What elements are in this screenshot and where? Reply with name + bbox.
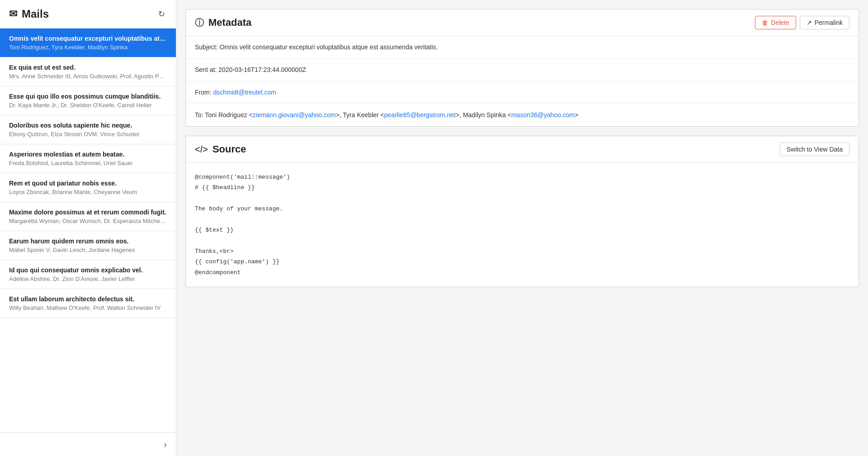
switch-view-button[interactable]: Switch to View Data: [780, 142, 849, 156]
trash-icon: 🗑: [762, 19, 768, 26]
sidebar: ✉ Mails ↻ Omnis velit consequatur except…: [0, 0, 176, 456]
mail-list: Omnis velit consequatur excepturi volupt…: [0, 28, 176, 432]
mail-item[interactable]: Earum harum quidem rerum omnis eos.Mabel…: [0, 231, 176, 260]
refresh-icon: ↻: [158, 10, 165, 19]
metadata-panel-actions: 🗑 Delete ↗ Permalink: [755, 16, 849, 29]
metadata-panel-title: ⓘ Metadata: [195, 17, 251, 29]
metadata-panel: ⓘ Metadata 🗑 Delete ↗ Permalink Subject:…: [185, 9, 859, 127]
to-email2-link[interactable]: pearlie85@bergstrom.net: [384, 111, 456, 119]
mail-item-recipients: Freda Botsford, Lauretta Schimmel, Uriel…: [9, 160, 167, 166]
metadata-panel-header: ⓘ Metadata 🗑 Delete ↗ Permalink: [186, 10, 859, 36]
mail-item-recipients: Mrs. Anne Schneider III, Amos Gutkowski,…: [9, 73, 167, 80]
to-email3-link[interactable]: mason36@yahoo.com: [511, 111, 575, 119]
mail-item-subject: Id quo qui consequatur omnis explicabo v…: [9, 266, 167, 274]
source-code: @component('mail::message') # {{ $headli…: [186, 163, 859, 287]
next-icon: ›: [164, 439, 167, 449]
permalink-label: Permalink: [815, 19, 843, 26]
mail-item-recipients: Adeline Abshire, Dr. Zion D'Amore, Javie…: [9, 276, 167, 282]
metadata-to: To: Toni Rodriguez <ziemann.giovani@yaho…: [186, 104, 859, 126]
source-panel: </> Source Switch to View Data @componen…: [185, 136, 859, 287]
mail-item[interactable]: Rem et quod ut pariatur nobis esse.Loyce…: [0, 173, 176, 202]
mail-item[interactable]: Omnis velit consequatur excepturi volupt…: [0, 28, 176, 57]
metadata-subject: Subject: Omnis velit consequatur exceptu…: [186, 36, 859, 59]
mail-item-subject: Asperiores molestias et autem beatae.: [9, 151, 167, 158]
mail-item-subject: Rem et quod ut pariatur nobis esse.: [9, 180, 167, 187]
code-icon: </>: [195, 144, 208, 155]
mail-item[interactable]: Esse qui quo illo eos possimus cumque bl…: [0, 86, 176, 115]
to-end: >: [575, 111, 578, 119]
mail-item-recipients: Willy Beahan, Mathew O'Keefe, Prof. Walt…: [9, 304, 167, 311]
from-label: From:: [195, 89, 213, 96]
to-label: To: Toni Rodriguez <: [195, 111, 253, 119]
mail-item-recipients: Dr. Kaya Mante Jr., Dr. Sheldon O'Keefe,…: [9, 102, 167, 109]
source-title-text: Source: [212, 143, 246, 155]
mail-item[interactable]: Ex quia est ut est sed.Mrs. Anne Schneid…: [0, 57, 176, 86]
mail-item-subject: Est ullam laborum architecto delectus si…: [9, 295, 167, 303]
mail-item-recipients: Loyce Zboncak, Brianne Mante, Cheyanne V…: [9, 189, 167, 195]
mail-item-recipients: Mabel Sporer V, Gavin Lesch, Jordane Hag…: [9, 247, 167, 253]
permalink-button[interactable]: ↗ Permalink: [800, 16, 849, 29]
mail-item-recipients: Ebony Quitzon, Elza Strosin DVM, Vince S…: [9, 131, 167, 138]
sent-at-text: Sent at: 2020-03-16T17:23:44.000000Z: [195, 66, 306, 73]
mail-item[interactable]: Id quo qui consequatur omnis explicabo v…: [0, 260, 176, 289]
source-panel-header: </> Source Switch to View Data: [186, 136, 859, 163]
mail-item[interactable]: Maxime dolore possimus at et rerum commo…: [0, 202, 176, 231]
mail-item-subject: Doloribus eos soluta sapiente hic neque.: [9, 122, 167, 129]
mail-item-recipients: Margaretta Wyman, Oscar Wunsch, Dr. Espe…: [9, 218, 167, 224]
mail-item[interactable]: Doloribus eos soluta sapiente hic neque.…: [0, 115, 176, 144]
sidebar-title: ✉ Mails: [9, 8, 49, 20]
refresh-button[interactable]: ↻: [156, 7, 167, 21]
mail-item-subject: Esse qui quo illo eos possimus cumque bl…: [9, 93, 167, 100]
link-icon: ↗: [807, 19, 812, 26]
to-between2: >, Madilyn Spinka <: [456, 111, 511, 119]
to-between1: >, Tyra Keebler <: [336, 111, 384, 119]
info-icon: ⓘ: [195, 17, 204, 29]
metadata-from: From: dschmidt@treutel.com: [186, 81, 859, 104]
from-email-link[interactable]: dschmidt@treutel.com: [213, 89, 276, 96]
mail-item[interactable]: Est ullam laborum architecto delectus si…: [0, 289, 176, 318]
sidebar-title-text: Mails: [22, 8, 49, 20]
delete-label: Delete: [771, 19, 789, 26]
mail-item-recipients: Toni Rodriguez, Tyra Keebler, Madilyn Sp…: [9, 44, 167, 51]
main-content: ⓘ Metadata 🗑 Delete ↗ Permalink Subject:…: [176, 0, 868, 456]
mail-icon: ✉: [9, 8, 17, 20]
delete-button[interactable]: 🗑 Delete: [755, 16, 796, 29]
mail-item[interactable]: Asperiores molestias et autem beatae.Fre…: [0, 144, 176, 173]
mail-item-subject: Maxime dolore possimus at et rerum commo…: [9, 209, 167, 216]
metadata-sent-at: Sent at: 2020-03-16T17:23:44.000000Z: [186, 59, 859, 81]
metadata-content: Subject: Omnis velit consequatur exceptu…: [186, 36, 859, 126]
subject-text: Subject: Omnis velit consequatur exceptu…: [195, 43, 438, 51]
mail-item-subject: Omnis velit consequatur excepturi volupt…: [9, 35, 167, 42]
sidebar-header: ✉ Mails ↻: [0, 0, 176, 28]
sidebar-footer: ›: [0, 432, 176, 456]
to-email1-link[interactable]: ziemann.giovani@yahoo.com: [253, 111, 336, 119]
mail-item-subject: Earum harum quidem rerum omnis eos.: [9, 238, 167, 245]
next-button[interactable]: ›: [164, 439, 167, 450]
metadata-title-text: Metadata: [208, 17, 251, 28]
source-panel-title: </> Source: [195, 143, 246, 155]
mail-item-subject: Ex quia est ut est sed.: [9, 64, 167, 71]
